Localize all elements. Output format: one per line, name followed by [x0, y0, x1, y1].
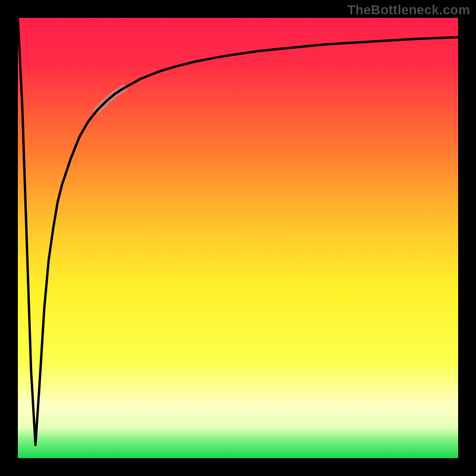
gradient-background [18, 18, 458, 458]
plot-area [18, 18, 458, 458]
chart-frame: TheBottleneck.com [0, 0, 476, 476]
watermark-label: TheBottleneck.com [347, 2, 470, 18]
chart-svg [18, 18, 458, 458]
